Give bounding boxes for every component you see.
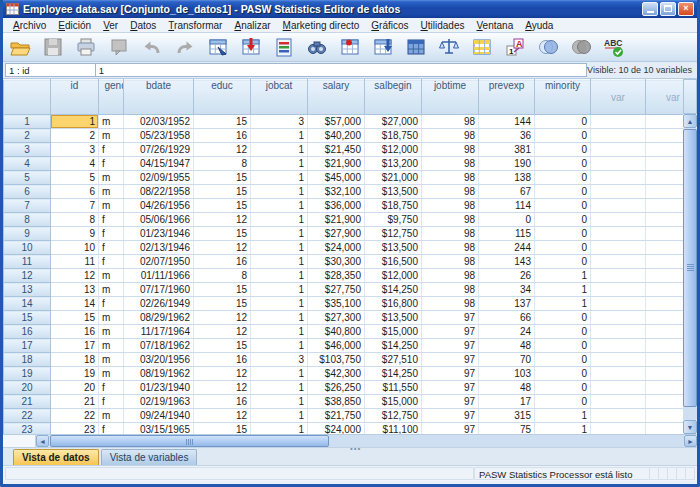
cell-jobcat[interactable]: 1 (251, 339, 308, 353)
cell-jobtime[interactable]: 98 (422, 297, 479, 311)
cell-jobcat[interactable]: 1 (251, 311, 308, 325)
spell-check-icon[interactable]: ABC (602, 35, 626, 59)
cell-educ[interactable]: 8 (194, 157, 251, 171)
cell-var[interactable] (591, 213, 646, 227)
cell-id[interactable]: 6 (51, 185, 99, 199)
cell-var[interactable] (646, 353, 684, 367)
cell-educ[interactable]: 12 (194, 325, 251, 339)
cell-gender[interactable]: f (99, 227, 124, 241)
cell-gender[interactable]: m (99, 129, 124, 143)
menu-ventana[interactable]: Ventana (470, 19, 519, 32)
cell-jobcat[interactable]: 1 (251, 129, 308, 143)
cell-jobtime[interactable]: 98 (422, 143, 479, 157)
cell-bdate[interactable]: 04/26/1956 (124, 199, 194, 213)
cell-educ[interactable]: 12 (194, 213, 251, 227)
cell-salbegin[interactable]: $11,100 (365, 423, 422, 435)
cell-bdate[interactable]: 01/23/1946 (124, 227, 194, 241)
cell-educ[interactable]: 12 (194, 367, 251, 381)
cell-salary[interactable]: $46,000 (308, 339, 365, 353)
cell-educ[interactable]: 12 (194, 143, 251, 157)
cell-salbegin[interactable]: $16,800 (365, 297, 422, 311)
cell-prevexp[interactable]: 244 (479, 241, 535, 255)
cell-gender[interactable]: f (99, 255, 124, 269)
cell-var[interactable] (591, 381, 646, 395)
cell-var[interactable] (646, 227, 684, 241)
cell-jobtime[interactable]: 97 (422, 395, 479, 409)
cell-var[interactable] (591, 339, 646, 353)
vertical-scroll-track[interactable] (683, 128, 697, 420)
column-header-salary[interactable]: salary (308, 80, 365, 115)
cell-bdate[interactable]: 02/13/1946 (124, 241, 194, 255)
cell-var[interactable] (591, 409, 646, 423)
column-header-jobtime[interactable]: jobtime (422, 80, 479, 115)
cell-jobcat[interactable]: 3 (251, 115, 308, 129)
cell-bdate[interactable]: 08/29/1962 (124, 311, 194, 325)
cell-salary[interactable]: $30,300 (308, 255, 365, 269)
cell-minority[interactable]: 1 (535, 297, 591, 311)
cell-bdate[interactable]: 03/20/1956 (124, 353, 194, 367)
cell-id[interactable]: 18 (51, 353, 99, 367)
split-file-icon[interactable] (404, 35, 428, 59)
column-header-minority[interactable]: minority (535, 80, 591, 115)
cell-prevexp[interactable]: 48 (479, 339, 535, 353)
row-number[interactable]: 3 (4, 143, 51, 157)
minimize-button[interactable] (642, 2, 658, 16)
cell-minority[interactable]: 0 (535, 199, 591, 213)
cell-var[interactable] (646, 171, 684, 185)
cell-jobcat[interactable]: 1 (251, 227, 308, 241)
column-header-var[interactable]: var (646, 80, 684, 115)
cell-minority[interactable]: 1 (535, 269, 591, 283)
cell-id[interactable]: 9 (51, 227, 99, 241)
cell-minority[interactable]: 0 (535, 353, 591, 367)
cell-id[interactable]: 13 (51, 283, 99, 297)
cell-var[interactable] (646, 255, 684, 269)
cell-salbegin[interactable]: $18,750 (365, 129, 422, 143)
cell-jobtime[interactable]: 98 (422, 199, 479, 213)
cell-educ[interactable]: 15 (194, 339, 251, 353)
cell-var[interactable] (646, 311, 684, 325)
menu-utilidades[interactable]: Utilidades (415, 19, 471, 32)
cell-id[interactable]: 19 (51, 367, 99, 381)
cell-bdate[interactable]: 01/11/1966 (124, 269, 194, 283)
open-data-icon[interactable] (8, 35, 32, 59)
cell-prevexp[interactable]: 48 (479, 381, 535, 395)
cell-salbegin[interactable]: $27,000 (365, 115, 422, 129)
cell-educ[interactable]: 15 (194, 297, 251, 311)
cell-gender[interactable]: m (99, 199, 124, 213)
cell-jobcat[interactable]: 1 (251, 199, 308, 213)
cell-gender[interactable]: m (99, 409, 124, 423)
row-number[interactable]: 21 (4, 395, 51, 409)
cell-minority[interactable]: 0 (535, 213, 591, 227)
cell-var[interactable] (591, 269, 646, 283)
cell-educ[interactable]: 15 (194, 283, 251, 297)
cell-prevexp[interactable]: 143 (479, 255, 535, 269)
cell-jobcat[interactable]: 1 (251, 381, 308, 395)
cell-jobtime[interactable]: 97 (422, 311, 479, 325)
cell-prevexp[interactable]: 315 (479, 409, 535, 423)
insert-variable-icon[interactable] (371, 35, 395, 59)
cell-minority[interactable]: 0 (535, 227, 591, 241)
row-number[interactable]: 1 (4, 115, 51, 129)
cell-bdate[interactable]: 07/18/1962 (124, 339, 194, 353)
cell-minority[interactable]: 0 (535, 115, 591, 129)
cell-salary[interactable]: $42,300 (308, 367, 365, 381)
cell-salary[interactable]: $45,000 (308, 171, 365, 185)
cell-bdate[interactable]: 08/19/1962 (124, 367, 194, 381)
row-number[interactable]: 13 (4, 283, 51, 297)
cell-var[interactable] (591, 227, 646, 241)
vertical-scrollbar[interactable]: ▲ ▼ (683, 79, 697, 434)
row-number[interactable]: 4 (4, 157, 51, 171)
menu-analizar[interactable]: Analizar (228, 19, 276, 32)
scroll-down-icon[interactable]: ▼ (683, 420, 697, 434)
column-header-gender[interactable]: gender (99, 80, 124, 115)
cell-jobcat[interactable]: 1 (251, 409, 308, 423)
cell-var[interactable] (646, 199, 684, 213)
undo-icon[interactable] (140, 35, 164, 59)
cell-gender[interactable]: f (99, 297, 124, 311)
cell-jobcat[interactable]: 1 (251, 171, 308, 185)
cell-gender[interactable]: m (99, 171, 124, 185)
cell-var[interactable] (646, 129, 684, 143)
menu-marketing-directo[interactable]: Marketing directo (277, 19, 366, 32)
cell-educ[interactable]: 15 (194, 227, 251, 241)
row-number[interactable]: 6 (4, 185, 51, 199)
